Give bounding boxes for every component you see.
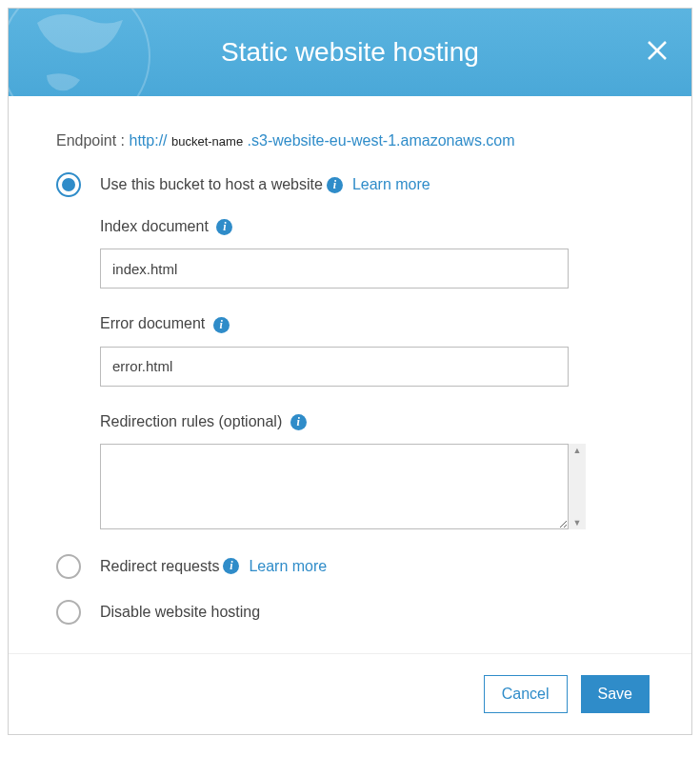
- error-document-label: Error document i: [100, 315, 644, 332]
- redirection-rules-input[interactable]: [100, 444, 569, 529]
- save-button[interactable]: Save: [581, 675, 650, 713]
- cancel-button[interactable]: Cancel: [484, 675, 568, 713]
- redirection-rules-wrap: ▲ ▼: [100, 444, 586, 529]
- endpoint-label: Endpoint :: [56, 132, 130, 149]
- info-icon[interactable]: i: [327, 177, 343, 193]
- info-icon[interactable]: i: [223, 558, 239, 574]
- index-document-input[interactable]: [100, 249, 569, 289]
- dialog-title: Static website hosting: [221, 37, 479, 68]
- endpoint-bucket-name: bucket-name: [171, 134, 243, 149]
- option-redirect-label: Redirect requests: [100, 558, 219, 575]
- option-disable-label: Disable website hosting: [100, 604, 260, 621]
- option-redirect-requests[interactable]: Redirect requests i Learn more: [56, 554, 644, 579]
- info-icon[interactable]: i: [290, 414, 307, 430]
- textarea-scrollbar[interactable]: ▲ ▼: [569, 444, 586, 529]
- static-website-hosting-dialog: Static website hosting Endpoint : http:/…: [8, 8, 692, 735]
- endpoint-row: Endpoint : http:// bucket-name .s3-websi…: [56, 132, 644, 149]
- dialog-content: Endpoint : http:// bucket-name .s3-websi…: [9, 96, 691, 653]
- radio-redirect-requests[interactable]: [56, 554, 81, 579]
- option-disable-hosting[interactable]: Disable website hosting: [56, 600, 644, 625]
- scroll-up-icon: ▲: [573, 446, 582, 455]
- dialog-header: Static website hosting: [9, 9, 691, 96]
- option-host-label: Use this bucket to host a website: [100, 176, 323, 193]
- radio-selected-dot-icon: [62, 178, 75, 191]
- info-icon[interactable]: i: [213, 317, 230, 333]
- dialog-footer: Cancel Save: [9, 653, 691, 734]
- scroll-down-icon: ▼: [573, 518, 582, 527]
- globe-decoration-icon: [9, 9, 199, 96]
- radio-disable-hosting[interactable]: [56, 600, 81, 625]
- close-button[interactable]: [646, 39, 669, 66]
- option-host-website[interactable]: Use this bucket to host a website i Lear…: [56, 172, 644, 197]
- learn-more-link[interactable]: Learn more: [352, 176, 430, 193]
- close-icon: [646, 39, 669, 62]
- radio-host-website[interactable]: [56, 172, 81, 197]
- learn-more-link[interactable]: Learn more: [249, 558, 327, 575]
- info-icon[interactable]: i: [216, 219, 232, 235]
- endpoint-link[interactable]: http:// bucket-name .s3-website-eu-west-…: [130, 132, 515, 149]
- index-document-label: Index document i: [100, 218, 644, 235]
- redirection-rules-label: Redirection rules (optional) i: [100, 413, 644, 430]
- error-document-input[interactable]: [100, 347, 569, 387]
- host-website-form: Index document i Error document i Redire…: [100, 218, 644, 529]
